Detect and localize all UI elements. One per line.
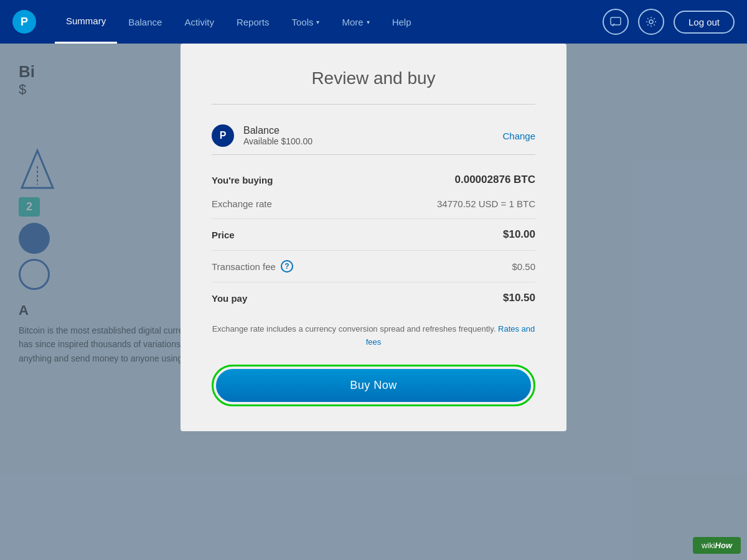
nav-help[interactable]: Help — [381, 0, 423, 44]
tools-chevron-icon: ▾ — [316, 19, 319, 26]
payment-available: Available $100.00 — [243, 136, 502, 146]
nav-more[interactable]: More ▾ — [331, 0, 380, 44]
price-row: Price $10.00 — [212, 222, 535, 247]
exchange-rate-value: 34770.52 USD = 1 BTC — [437, 198, 535, 209]
settings-icon-button[interactable] — [638, 9, 664, 35]
fee-label-group: Transaction fee ? — [212, 260, 293, 273]
payment-info: Balance Available $100.00 — [243, 125, 502, 146]
change-link[interactable]: Change — [502, 131, 535, 141]
payment-name: Balance — [243, 125, 502, 136]
navbar-right: Log out — [603, 9, 735, 35]
nav-links: Summary Balance Activity Reports Tools ▾… — [55, 0, 603, 44]
payment-method-row: P Balance Available $100.00 Change — [212, 117, 535, 155]
nav-balance[interactable]: Balance — [117, 0, 173, 44]
buy-now-wrapper: Buy Now — [212, 365, 535, 406]
nav-activity[interactable]: Activity — [173, 0, 225, 44]
buying-value: 0.00002876 BTC — [455, 174, 535, 186]
svg-rect-0 — [611, 17, 621, 25]
more-chevron-icon: ▾ — [367, 19, 370, 26]
note-text: Exchange rate includes a currency conver… — [212, 323, 535, 349]
paypal-small-logo: P — [212, 124, 234, 147]
buying-row: You're buying 0.00002876 BTC — [212, 167, 535, 192]
transaction-fee-help-icon[interactable]: ? — [281, 260, 293, 273]
paypal-logo: P — [12, 10, 36, 34]
you-pay-value: $10.50 — [503, 292, 535, 304]
modal-divider-top — [212, 104, 535, 105]
transaction-fee-label: Transaction fee — [212, 261, 276, 272]
review-buy-modal: Review and buy P Balance Available $100.… — [181, 44, 566, 431]
you-pay-label: You pay — [212, 293, 247, 304]
divider-mid1 — [212, 218, 535, 219]
svg-point-1 — [649, 20, 653, 24]
messages-icon-button[interactable] — [603, 9, 629, 35]
transaction-fee-row: Transaction fee ? $0.50 — [212, 254, 535, 279]
buy-now-button[interactable]: Buy Now — [216, 369, 531, 402]
exchange-rate-label: Exchange rate — [212, 198, 272, 209]
price-label: Price — [212, 230, 235, 240]
nav-tools[interactable]: Tools ▾ — [280, 0, 331, 44]
buying-label: You're buying — [212, 175, 273, 185]
price-value: $10.00 — [503, 228, 535, 241]
wikihow-badge: wikiHow — [693, 537, 741, 554]
modal-overlay: Review and buy P Balance Available $100.… — [0, 44, 747, 560]
nav-reports[interactable]: Reports — [225, 0, 281, 44]
divider-mid3 — [212, 282, 535, 282]
logo-letter: P — [21, 16, 28, 29]
nav-summary[interactable]: Summary — [55, 0, 117, 44]
exchange-rate-row: Exchange rate 34770.52 USD = 1 BTC — [212, 192, 535, 215]
transaction-fee-value: $0.50 — [512, 261, 535, 272]
you-pay-row: You pay $10.50 — [212, 286, 535, 310]
modal-title: Review and buy — [212, 68, 535, 88]
navbar: P Summary Balance Activity Reports Tools… — [0, 0, 747, 44]
messages-icon — [609, 16, 622, 28]
gear-icon — [645, 16, 657, 28]
divider-mid2 — [212, 250, 535, 251]
logout-button[interactable]: Log out — [674, 11, 735, 34]
